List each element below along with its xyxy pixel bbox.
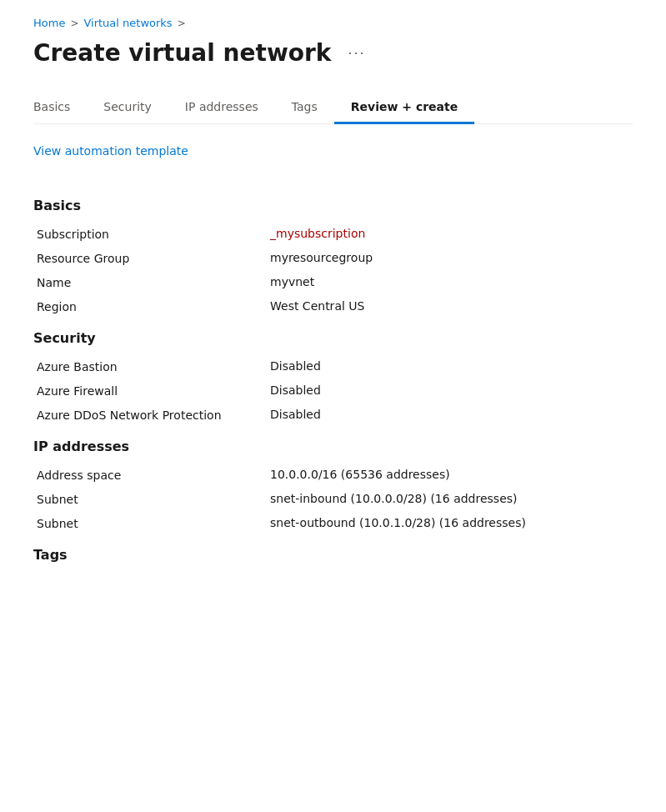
field-row-address-space: Address space 10.0.0.0/16 (65536 address…: [33, 468, 633, 482]
ddos-value: Disabled: [270, 408, 321, 421]
breadcrumb-virtual-networks[interactable]: Virtual networks: [83, 17, 172, 29]
address-space-label: Address space: [37, 468, 270, 482]
field-row-azure-bastion: Azure Bastion Disabled: [33, 359, 633, 373]
subnet-outbound-label: Subnet: [37, 516, 270, 530]
address-space-value: 10.0.0.0/16 (65536 addresses): [270, 468, 450, 481]
security-section: Security Azure Bastion Disabled Azure Fi…: [33, 330, 633, 422]
azure-bastion-label: Azure Bastion: [37, 359, 270, 373]
ip-addresses-section-title: IP addresses: [33, 439, 633, 454]
tags-section-title: Tags: [33, 547, 633, 563]
tab-security[interactable]: Security: [87, 92, 168, 124]
tab-review-create[interactable]: Review + create: [334, 92, 474, 124]
region-value: West Central US: [270, 299, 364, 313]
field-row-name: Name myvnet: [33, 275, 633, 289]
field-row-region: Region West Central US: [33, 299, 633, 313]
tab-ip-addresses[interactable]: IP addresses: [168, 92, 275, 124]
field-row-subnet-inbound: Subnet snet-inbound (10.0.0.0/28) (16 ad…: [33, 492, 633, 506]
page-title: Create virtual network: [33, 39, 331, 67]
page-header: Create virtual network ···: [33, 39, 633, 67]
azure-firewall-label: Azure Firewall: [37, 383, 270, 398]
subnet-inbound-label: Subnet: [37, 492, 270, 506]
tab-basics[interactable]: Basics: [33, 92, 87, 124]
field-row-subscription: Subscription _mysubscription: [33, 227, 633, 241]
basics-section-title: Basics: [33, 198, 633, 213]
tags-section: Tags: [33, 547, 633, 563]
field-row-ddos: Azure DDoS Network Protection Disabled: [33, 408, 633, 422]
tab-tags[interactable]: Tags: [275, 92, 334, 124]
automation-template-link[interactable]: View automation template: [33, 144, 188, 158]
breadcrumb-sep2: >: [178, 18, 186, 29]
ellipsis-button[interactable]: ···: [341, 41, 372, 65]
azure-firewall-value: Disabled: [270, 383, 321, 397]
subscription-value: _mysubscription: [270, 227, 365, 240]
breadcrumb: Home > Virtual networks >: [33, 17, 633, 29]
breadcrumb-home[interactable]: Home: [33, 17, 65, 29]
resource-group-value: myresourcegroup: [270, 251, 373, 264]
ip-addresses-section: IP addresses Address space 10.0.0.0/16 (…: [33, 439, 633, 530]
region-label: Region: [37, 299, 270, 313]
field-row-azure-firewall: Azure Firewall Disabled: [33, 383, 633, 398]
azure-bastion-value: Disabled: [270, 359, 321, 373]
subscription-label: Subscription: [37, 227, 270, 241]
field-row-resource-group: Resource Group myresourcegroup: [33, 251, 633, 265]
resource-group-label: Resource Group: [37, 251, 270, 265]
ddos-label: Azure DDoS Network Protection: [37, 408, 270, 422]
subnet-inbound-value: snet-inbound (10.0.0.0/28) (16 addresses…: [270, 492, 518, 505]
breadcrumb-sep1: >: [70, 18, 78, 29]
field-row-subnet-outbound: Subnet snet-outbound (10.0.1.0/28) (16 a…: [33, 516, 633, 530]
basics-section: Basics Subscription _mysubscription Reso…: [33, 198, 633, 313]
subnet-outbound-value: snet-outbound (10.0.1.0/28) (16 addresse…: [270, 516, 526, 529]
tabs-container: Basics Security IP addresses Tags Review…: [33, 92, 633, 124]
name-value: myvnet: [270, 275, 314, 288]
security-section-title: Security: [33, 330, 633, 346]
name-label: Name: [37, 275, 270, 289]
